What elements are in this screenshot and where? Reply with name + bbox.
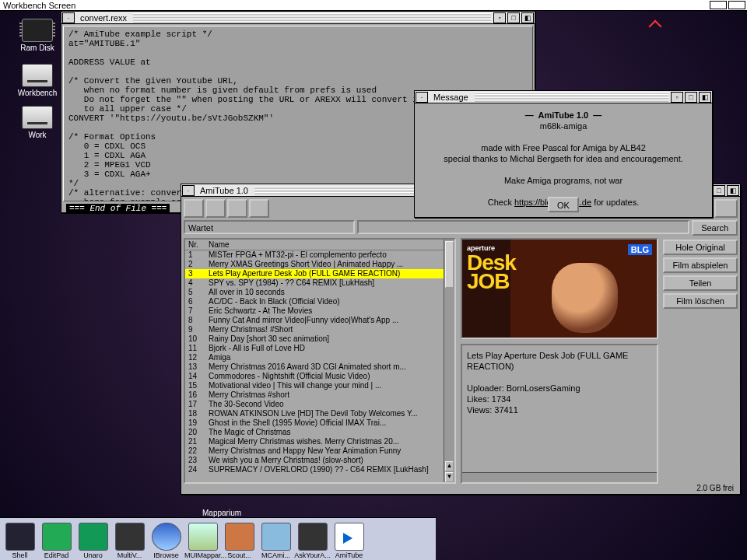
- zoom-gadget[interactable]: □: [685, 92, 697, 103]
- info-views: Views: 37411: [467, 404, 652, 415]
- mcamiga-icon: [261, 523, 291, 551]
- get-original-button[interactable]: Hole Original: [663, 240, 738, 255]
- col-name[interactable]: Name: [205, 240, 454, 250]
- dock-mcamiga[interactable]: MCAmi...: [258, 523, 294, 559]
- desktop-icon-work[interactable]: Work: [14, 106, 61, 139]
- video-row[interactable]: 4SPY vs. SPY (1984) - ?? C64 REMIX [LukH…: [185, 278, 454, 288]
- editor-titlebar[interactable]: · convert.rexx ▫ □ ◧: [61, 12, 535, 24]
- dock-shell[interactable]: Shell: [2, 523, 38, 559]
- screen-gadget-1[interactable]: [710, 1, 727, 9]
- about-line1: made with Free Pascal for Amiga by ALB42: [421, 142, 706, 153]
- video-thumbnail: aperture DeskJOB BLG: [461, 238, 658, 339]
- dock-scout[interactable]: Scout...: [221, 523, 258, 559]
- row-title: Rainy Day [short 30 sec animation]: [205, 334, 454, 344]
- row-nr: 13: [185, 362, 205, 372]
- row-nr: 11: [185, 344, 205, 353]
- desktop-icon-workbench[interactable]: Workbench: [14, 64, 61, 97]
- col-nr[interactable]: Nr.: [185, 240, 205, 250]
- video-row[interactable]: 11Bjork - All is Full of Love HD: [185, 344, 454, 353]
- desktop-icon-ramdisk[interactable]: Ram Disk: [14, 19, 61, 52]
- video-row[interactable]: 8Funny Cat And mirror Video|Funny video|…: [185, 316, 454, 325]
- dock-askyouramiga[interactable]: AskYourA...: [294, 523, 331, 559]
- video-row[interactable]: 19Ghost in the Shell (1995 Movie) Offici…: [185, 418, 454, 428]
- video-row[interactable]: 16Merry Christmas #short: [185, 390, 454, 400]
- video-row[interactable]: 1MISTer FPGA + MT32-pi - El complemento …: [185, 250, 454, 261]
- scout-icon: [225, 523, 254, 551]
- video-row[interactable]: 22Merry Christmas and Happy New Year Ani…: [185, 446, 454, 456]
- row-title: The Magic of Christmas: [205, 428, 454, 437]
- video-row[interactable]: 5All over in 10 seconds: [185, 288, 454, 297]
- video-row[interactable]: 23We wish you a Merry Christmas! (slow-s…: [185, 456, 454, 465]
- row-title: Amiga: [205, 353, 454, 362]
- delete-film-button[interactable]: Film löschen: [663, 293, 738, 309]
- video-row[interactable]: 15Motivational video | This will change …: [185, 381, 454, 390]
- video-row[interactable]: 10Rainy Day [short 30 sec animation]: [185, 334, 454, 344]
- info-hscrollbar[interactable]: [462, 472, 657, 482]
- dock-mapparium[interactable]: MUIMappar...: [184, 523, 221, 559]
- row-nr: 10: [185, 334, 205, 344]
- depth-gadget[interactable]: ◧: [727, 185, 739, 196]
- dock-amitube[interactable]: AmiTube: [331, 523, 367, 559]
- disk-free-label: 2.0 GB frei: [696, 484, 734, 492]
- shell-icon: [5, 523, 35, 551]
- dock-ibrowse[interactable]: IBrowse: [148, 523, 184, 559]
- close-gadget[interactable]: ·: [62, 12, 75, 23]
- video-row[interactable]: 7Eric Schwartz - At The Movies: [185, 306, 454, 316]
- aya-icon: [298, 523, 328, 551]
- dock-unaro[interactable]: Unaro: [75, 523, 111, 559]
- toolbar-search-icon[interactable]: [714, 199, 738, 218]
- list-scrollbar[interactable]: ▲ ▼: [444, 240, 454, 482]
- row-nr: 18: [185, 409, 205, 418]
- iconify-gadget[interactable]: ▫: [493, 12, 506, 23]
- drag-bar[interactable]: [133, 13, 491, 23]
- message-title: Message: [429, 93, 473, 102]
- url-field[interactable]: [357, 220, 689, 234]
- video-row[interactable]: 6AC/DC - Back In Black (Official Video): [185, 297, 454, 306]
- video-row[interactable]: 21Magical Merry Christmas wishes. Merry …: [185, 437, 454, 446]
- video-row[interactable]: 14Commodores - Nightshift (Official Musi…: [185, 372, 454, 381]
- scroll-up-icon[interactable]: ▲: [445, 461, 454, 471]
- info-title: Lets Play Aperture Desk Job (FULL GAME R…: [467, 350, 652, 372]
- depth-gadget[interactable]: ◧: [699, 92, 711, 103]
- ok-button[interactable]: OK: [548, 197, 579, 212]
- video-row[interactable]: 3Lets Play Aperture Desk Job (FULL GAME …: [185, 269, 454, 278]
- dock-editpad[interactable]: EditPad: [38, 523, 75, 559]
- row-nr: 16: [185, 390, 205, 400]
- video-row[interactable]: 12Amiga: [185, 353, 454, 362]
- video-list[interactable]: Nr. Name 1MISTer FPGA + MT32-pi - El com…: [184, 238, 456, 484]
- scroll-down-icon[interactable]: ▼: [445, 472, 454, 482]
- toolbar-button-2[interactable]: [205, 199, 226, 218]
- video-row[interactable]: 13Merry Christmas 2016 Award 3D CGI Anim…: [185, 362, 454, 372]
- drive-icon: [22, 106, 53, 129]
- drag-bar[interactable]: [475, 93, 668, 102]
- map-icon: [188, 523, 218, 551]
- video-row[interactable]: 2Merry XMAS Greetings Short Video | Anim…: [185, 260, 454, 269]
- depth-gadget[interactable]: ◧: [521, 12, 534, 23]
- screen-gadget-2[interactable]: [728, 1, 745, 9]
- row-nr: 14: [185, 372, 205, 381]
- screen-depth-gadgets[interactable]: [710, 1, 745, 9]
- toolbar-button-3[interactable]: [227, 199, 247, 218]
- row-title: Bjork - All is Full of Love HD: [205, 344, 454, 353]
- share-button[interactable]: Teilen: [663, 275, 738, 291]
- video-row[interactable]: 9Merry Christmas! #Short: [185, 325, 454, 334]
- zoom-gadget[interactable]: □: [507, 12, 520, 23]
- search-button[interactable]: Search: [692, 220, 738, 236]
- close-gadget[interactable]: ·: [416, 92, 428, 103]
- toolbar-button-4[interactable]: [249, 199, 269, 218]
- chip-icon: [22, 19, 53, 42]
- scrollbar-thumb[interactable]: [445, 241, 454, 288]
- zoom-gadget[interactable]: □: [713, 185, 725, 196]
- thumb-title: DeskJOB: [467, 254, 516, 291]
- close-gadget[interactable]: ·: [182, 185, 195, 196]
- video-row[interactable]: 24SUPREMACY / OVERLORD (1990) ?? - C64 R…: [185, 465, 454, 474]
- row-nr: 15: [185, 381, 205, 390]
- video-row[interactable]: 17The 30-Second Video: [185, 400, 454, 409]
- message-titlebar[interactable]: · Message ▫ □ ◧: [415, 91, 712, 103]
- play-film-button[interactable]: Film abspielen: [663, 257, 738, 273]
- toolbar-button-1[interactable]: [184, 199, 204, 218]
- dock-multiview[interactable]: MultiV...: [111, 523, 148, 559]
- video-row[interactable]: 20The Magic of Christmas: [185, 428, 454, 437]
- iconify-gadget[interactable]: ▫: [671, 92, 683, 103]
- video-row[interactable]: 18ROWAN ATKINSON Live [HD] The Devil Tob…: [185, 409, 454, 418]
